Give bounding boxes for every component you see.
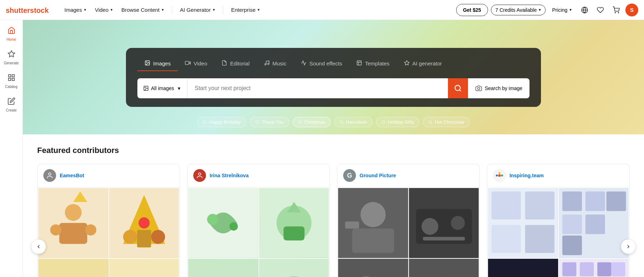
contributor-img[interactable] [409,188,479,258]
contributor-img[interactable] [409,259,479,277]
svg-rect-98 [492,192,521,219]
svg-line-30 [342,123,343,124]
contributor-img[interactable] [188,188,258,258]
contributor-name-inspiring[interactable]: Inspiring.team [509,173,544,178]
nav-enterprise[interactable]: Enterprise ▾ [228,5,263,15]
svg-rect-106 [562,214,582,234]
contributor-img[interactable] [109,188,179,258]
inspiring-logo-icon [496,172,503,179]
contributor-card-eamesbot: EamesBot [37,164,180,277]
nav-video[interactable]: Video ▾ [91,5,116,15]
svg-rect-114 [562,262,576,276]
search-filter-button[interactable]: All images ▾ [137,78,187,98]
pricing-button[interactable]: Pricing ▾ [548,5,575,15]
contributor-img[interactable] [259,259,329,277]
eamesbot-img-4 [109,259,179,277]
contributor-img[interactable] [109,259,179,277]
contributor-avatar-ground: G [343,169,356,182]
nav-separator [172,6,172,14]
svg-line-32 [384,123,385,124]
contributor-header: G Ground Picture [337,164,479,187]
contributor-name-irina[interactable]: Irina Strelnikova [210,173,249,178]
next-arrow-button[interactable] [621,239,635,254]
contributor-img[interactable] [38,188,108,258]
sidebar-item-generate[interactable]: Generate [1,46,21,69]
contributor-img[interactable] [559,188,629,258]
contributor-img[interactable] [488,188,558,258]
svg-marker-5 [8,51,14,57]
credits-button[interactable]: 7 Credits Available ▾ [491,5,546,15]
tab-images[interactable]: Images [137,56,178,71]
search-submit-button[interactable] [448,78,468,98]
suggestion-happy-birthday[interactable]: Happy Birthday [197,117,246,127]
inspiring-img-1 [488,188,558,258]
user-avatar[interactable]: S [625,4,638,16]
search-input[interactable] [187,78,448,98]
svg-rect-107 [585,214,605,234]
contributor-img[interactable] [338,259,408,277]
svg-point-15 [268,63,269,64]
contributor-card-ground-picture: G Ground Picture [337,164,480,277]
heart-icon [597,6,604,14]
ground-img-4 [409,259,479,277]
svg-rect-103 [562,192,582,211]
catalog-icon [8,74,15,83]
sidebar-item-create[interactable]: Create [1,94,21,116]
nav-images[interactable]: Images ▾ [61,5,90,15]
svg-point-37 [65,204,82,221]
suggestion-christmas[interactable]: Christmas [293,117,331,127]
logo[interactable]: shutterstock [6,5,52,15]
contributor-name-ground[interactable]: Ground Picture [360,173,396,178]
contributor-avatar-inspiring [493,169,506,182]
get-25-button[interactable]: Get $25 [456,4,488,16]
contributor-img[interactable] [188,259,258,277]
svg-point-46 [123,230,137,244]
cart-button[interactable] [610,4,623,16]
suggestion-hot-chocolate[interactable]: Hot Chocolate [423,117,469,127]
contributor-name-eamesbot[interactable]: EamesBot [60,173,84,178]
nav-ai-generator[interactable]: AI Generator ▾ [176,5,219,15]
tab-editorial[interactable]: Editorial [214,56,257,71]
search-by-image-button[interactable]: Search by image [468,78,530,98]
wishlist-button[interactable] [594,4,607,16]
contributor-img[interactable] [38,259,108,277]
svg-point-44 [138,217,150,228]
sidebar-generate-label: Generate [4,61,19,65]
templates-tab-icon [356,60,362,67]
svg-rect-6 [8,75,10,77]
svg-line-26 [258,123,259,124]
suggestion-holiday-gifts[interactable]: Holiday Gifts [376,117,420,127]
svg-point-93 [498,174,501,177]
tab-sound-effects[interactable]: Sound effects [294,56,349,71]
suggestions-row: Happy Birthday Thank You Christmas Hanuk… [23,117,644,127]
contributor-img[interactable] [488,259,558,277]
nav-browse-content[interactable]: Browse Content ▾ [118,5,167,15]
eamesbot-img-1 [38,188,108,258]
language-button[interactable] [578,4,591,16]
tab-templates[interactable]: Templates [349,56,396,71]
contributor-header: Irina Strelnikova [187,164,330,187]
svg-rect-104 [585,192,605,211]
svg-point-22 [478,87,480,89]
tab-music[interactable]: Music [257,56,294,71]
tab-video[interactable]: Video [178,56,214,71]
prev-arrow-button[interactable] [31,239,46,254]
contributor-img[interactable] [338,188,408,258]
eamesbot-img-3 [38,259,108,277]
svg-rect-45 [137,230,151,247]
suggestion-hanukkah[interactable]: Hanukkah [334,117,372,127]
sidebar-item-home[interactable]: Home [1,23,21,45]
sound-effects-tab-icon [301,60,307,67]
tab-ai-generator[interactable]: AI generator [397,56,449,71]
sidebar: Home Generate Catalog Create [0,20,23,277]
contributor-img[interactable] [259,188,329,258]
sidebar-item-catalog[interactable]: Catalog [1,70,21,92]
contributor-img[interactable] [559,259,629,277]
chevron-down-icon: ▾ [213,8,215,12]
svg-rect-79 [345,222,359,229]
svg-point-95 [501,174,503,177]
search-pill-icon [255,120,259,124]
svg-rect-89 [409,259,479,277]
svg-marker-17 [404,60,409,65]
suggestion-thank-you[interactable]: Thank You [250,117,289,127]
